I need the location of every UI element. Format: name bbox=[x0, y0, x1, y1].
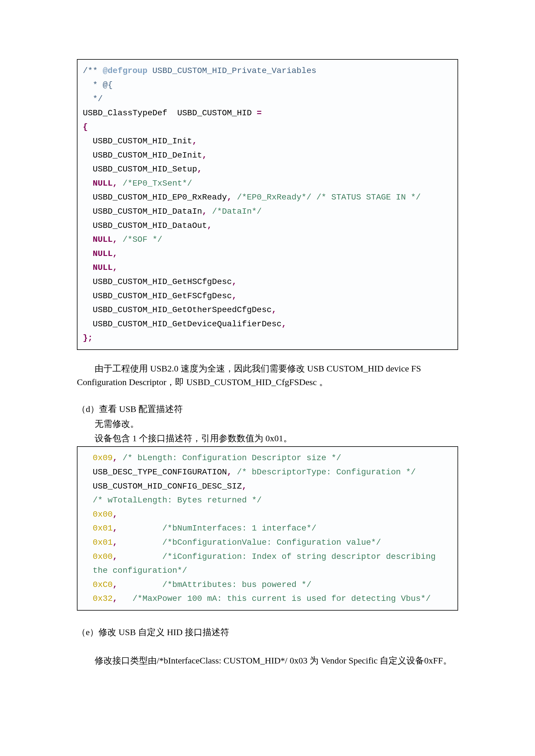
code-text: USBD_CUSTOM_HID_Setup bbox=[83, 165, 197, 174]
code-text: , bbox=[232, 277, 237, 286]
code-text: { bbox=[83, 122, 88, 131]
code-text: @defgroup bbox=[103, 66, 147, 75]
code-text: , bbox=[113, 510, 118, 519]
code-text: /* STATUS STAGE IN */ bbox=[317, 193, 421, 202]
code-text: , bbox=[227, 468, 237, 477]
code-text: /** bbox=[83, 66, 103, 75]
code-text: , bbox=[113, 594, 118, 603]
code-text: , bbox=[113, 263, 118, 272]
heading-e: （e）修改 USB 自定义 HID 接口描述符 bbox=[77, 625, 458, 639]
code-text: /*bNumInterfaces: 1 interface*/ bbox=[118, 524, 317, 533]
code-text: /*iConfiguration: Index of string descri… bbox=[118, 552, 436, 561]
code-text: the configuration*/ bbox=[83, 566, 187, 575]
code-text: USBD_CUSTOM_HID_Init bbox=[83, 137, 192, 146]
code-text: /*DataIn*/ bbox=[212, 207, 262, 216]
code-text bbox=[83, 524, 93, 533]
code-text bbox=[311, 193, 317, 202]
sub-line-no-modify: 无需修改。 bbox=[77, 417, 458, 431]
code-text: /* wTotalLength: Bytes returned */ bbox=[83, 496, 262, 505]
code-text: , bbox=[197, 165, 202, 174]
document-page: /** @defgroup USBD_CUSTOM_HID_Private_Va… bbox=[0, 0, 535, 756]
code-text: */ bbox=[83, 94, 103, 103]
code-text: USBD_CUSTOM_HID_DataIn bbox=[83, 207, 202, 216]
code-text: NULL bbox=[93, 263, 113, 272]
code-text: , bbox=[227, 193, 237, 202]
code-text: /* bLength: Configuration Descriptor siz… bbox=[123, 453, 341, 463]
code-text: 0x09 bbox=[93, 453, 113, 463]
code-text: /*SOF */ bbox=[123, 235, 162, 244]
code-text: , bbox=[113, 552, 118, 561]
code-text: /*bmAttributes: bus powered */ bbox=[118, 580, 311, 589]
code-text: , bbox=[113, 249, 118, 258]
code-text: USBD_CUSTOM_HID_DataOut bbox=[83, 221, 207, 230]
code-text: /*bConfigurationValue: Configuration val… bbox=[118, 538, 381, 547]
code-text: USBD_CUSTOM_HID_EP0_RxReady bbox=[83, 193, 227, 202]
code-text: , bbox=[113, 179, 123, 188]
code-text: }; bbox=[83, 333, 93, 342]
code-text: /*EP0_RxReady*/ bbox=[237, 193, 311, 202]
code-text bbox=[83, 249, 93, 258]
code-text: /* bDescriptorType: Configuration */ bbox=[237, 468, 416, 477]
code-text bbox=[83, 179, 93, 188]
code-text: , bbox=[202, 151, 207, 160]
code-text: = bbox=[257, 108, 262, 118]
code-text bbox=[83, 453, 93, 463]
heading-d: （d）查看 USB 配置描述符 bbox=[77, 402, 458, 416]
code-text: USBD_CUSTOM_HID_DeInit bbox=[83, 151, 202, 160]
code-text: USBD_CUSTOM_HID_GetDeviceQualifierDesc bbox=[83, 319, 282, 329]
paragraph-interface-class: 修改接口类型由/*bInterfaceClass: CUSTOM_HID*/ 0… bbox=[77, 654, 458, 668]
code-text bbox=[83, 552, 93, 561]
code-block-config-descriptor: 0x09, /* bLength: Configuration Descript… bbox=[77, 446, 458, 610]
code-text bbox=[83, 580, 93, 589]
code-text: * @{ bbox=[83, 80, 113, 90]
code-text bbox=[83, 510, 93, 519]
code-text: 0x00 bbox=[93, 552, 113, 561]
code-text: , bbox=[242, 482, 247, 491]
code-text: /*EP0_TxSent*/ bbox=[123, 179, 192, 188]
paragraph-fs-config: 由于工程使用 USB2.0 速度为全速，因此我们需要修改 USB CUSTOM_… bbox=[77, 362, 458, 389]
code-text: NULL bbox=[93, 179, 113, 188]
sub-line-interface-count: 设备包含 1 个接口描述符，引用参数数值为 0x01。 bbox=[77, 431, 458, 446]
code-text bbox=[83, 538, 93, 547]
code-text: , bbox=[272, 305, 277, 314]
code-text: NULL bbox=[93, 249, 113, 258]
code-text: , bbox=[113, 538, 118, 547]
code-text: , bbox=[113, 524, 118, 533]
code-text: 0xC0 bbox=[93, 580, 113, 589]
code-text: , bbox=[202, 207, 212, 216]
code-text: NULL bbox=[93, 235, 113, 244]
code-text: USB_CUSTOM_HID_CONFIG_DESC_SIZ bbox=[83, 482, 242, 491]
code-text bbox=[83, 235, 93, 244]
code-text: USBD_CUSTOM_HID_GetFSCfgDesc bbox=[83, 291, 232, 301]
code-text bbox=[83, 263, 93, 272]
code-text: , bbox=[192, 137, 197, 146]
code-text: USBD_ClassTypeDef USBD_CUSTOM_HID bbox=[83, 108, 257, 118]
code-text: , bbox=[232, 291, 237, 301]
code-text: USBD_CUSTOM_HID_GetOtherSpeedCfgDesc bbox=[83, 305, 272, 314]
code-text: 0x01 bbox=[93, 524, 113, 533]
code-text: , bbox=[207, 221, 212, 230]
code-text: 0x00 bbox=[93, 510, 113, 519]
code-text: , bbox=[113, 580, 118, 589]
code-block-usbd-class: /** @defgroup USBD_CUSTOM_HID_Private_Va… bbox=[77, 59, 458, 350]
code-text: 0x01 bbox=[93, 538, 113, 547]
code-text bbox=[83, 594, 93, 603]
code-text: USBD_CUSTOM_HID_Private_Variables bbox=[147, 66, 316, 75]
code-text: USBD_CUSTOM_HID_GetHSCfgDesc bbox=[83, 277, 232, 286]
code-text: 0x32 bbox=[93, 594, 113, 603]
code-text: , bbox=[282, 319, 287, 329]
code-text: USB_DESC_TYPE_CONFIGURATION bbox=[83, 468, 227, 477]
code-text: , bbox=[113, 453, 123, 463]
code-text: /*MaxPower 100 mA: this current is used … bbox=[118, 594, 431, 603]
code-text: , bbox=[113, 235, 123, 244]
